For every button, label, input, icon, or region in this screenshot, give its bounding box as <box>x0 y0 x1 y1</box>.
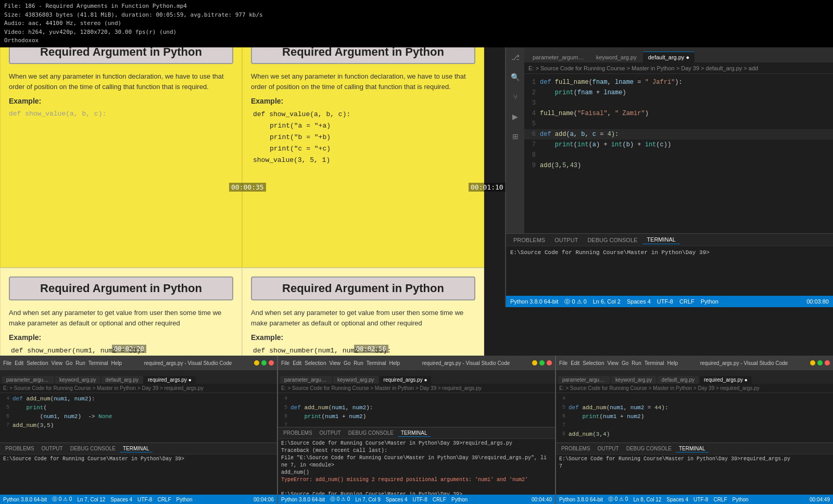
bp-right-breadcrumb: E: > Source Code for Running Course > Ma… <box>556 384 833 393</box>
tab-problems[interactable]: PROBLEMS <box>509 236 549 244</box>
terminal-tabs: PROBLEMS OUTPUT DEBUG CONSOLE TERMINAL <box>506 234 833 246</box>
bttab-debug[interactable]: DEBUG CONSOLE <box>67 445 119 452</box>
bottom-panel-mid: File Edit Selection View Go Run Terminal… <box>278 356 556 504</box>
slide-body-top-left: When we set any parameter in function de… <box>9 71 233 119</box>
bp-left-close[interactable] <box>269 360 274 366</box>
code-line-7: 7 print(int(a) + int(b) + int(c)) <box>524 140 833 150</box>
code-line-2: 2 print(fnam + lname) <box>524 87 833 98</box>
bttab-mid-debug[interactable]: DEBUG CONSOLE <box>345 430 397 436</box>
bttab-mid-output[interactable]: OUTPUT <box>317 430 344 436</box>
code-block-top-mid: def show_value(a, b, c): print("a = "+a)… <box>253 109 475 166</box>
slide-top-mid: Required Argument in Python When we set … <box>242 31 484 268</box>
vscode-layout: ⎇ 🔍 ⑂ ▶ ⊞ ⚙ parameter_argument.py keywor… <box>506 47 833 307</box>
bvtab-kw[interactable]: keyword_arg.py <box>55 376 100 384</box>
bp-mid-terminal-tabs: PROBLEMS OUTPUT DEBUG CONSOLE TERMINAL <box>278 427 555 439</box>
bvtab-right-default[interactable]: default_arg.py <box>658 376 699 384</box>
tab-output[interactable]: OUTPUT <box>550 236 582 244</box>
bp-right-max[interactable] <box>817 360 823 366</box>
bp-left-min[interactable] <box>254 360 259 366</box>
bp-right-terminal-tabs: PROBLEMS OUTPUT DEBUG CONSOLE TERMINAL <box>556 443 833 455</box>
bp-left-statusbar: Python 3.8.0 64-bit ⓪ 0 ⚠ 0 Ln 7, Col 12… <box>0 495 277 504</box>
bp-mid-terminal-content: E:\Source Code for Running Course\Master… <box>278 439 555 499</box>
bp-mid-statusbar: Python 3.8.0 64-bit ⓪ 0 ⚠ 0 Ln 7, Col 9 … <box>278 495 555 504</box>
tab-parameter[interactable]: parameter_argument.py <box>527 52 590 62</box>
code-line-9: 9 add(3,5,43) <box>524 160 833 171</box>
file-info-line4: Video: h264, yuv420p, 1280x720, 30.00 fp… <box>4 28 829 37</box>
bp-left-editor: 4def add_num(num1, num2): 5 print( 6 (nu… <box>0 393 277 443</box>
code-line-6: 6 def add(a, b, c = 4): <box>524 129 833 140</box>
vscode-main-area: parameter_argument.py keyword_arg.py def… <box>524 47 833 307</box>
bvtab-required[interactable]: required_args.py ● <box>144 376 196 384</box>
timestamp-1: 00:00:35 <box>229 183 266 192</box>
bttab-terminal[interactable]: TERMINAL <box>120 445 153 452</box>
explorer-icon[interactable]: ⎇ <box>509 51 522 64</box>
bp-mid-menu: File Edit Selection View Go Run Terminal… <box>281 360 400 366</box>
search-icon[interactable]: 🔍 <box>509 71 522 83</box>
debug-icon[interactable]: ▶ <box>509 110 522 123</box>
bp-mid-breadcrumb: E: > Source Code for Running Course > Ma… <box>278 384 555 393</box>
bp-right-editor: 4 5def add_num(num1, num2 = 44): 6 print… <box>556 393 833 443</box>
bp-left-breadcrumb: E: > Source Code for Running Course > Ma… <box>0 384 277 393</box>
bp-right-statusbar: Python 3.8.0 64-bit ⓪ 0 ⚠ 0 Ln 8, Col 12… <box>556 495 833 504</box>
bp-right-min[interactable] <box>810 360 815 366</box>
bp-mid-title: required_args.py - Visual Studio Code <box>403 360 529 366</box>
bp-right-close[interactable] <box>825 360 830 366</box>
bp-right-terminal-content: E:\Source Code for Running Course\Master… <box>556 455 833 471</box>
bp-right-terminal: PROBLEMS OUTPUT DEBUG CONSOLE TERMINAL E… <box>556 443 833 495</box>
bttab-mid-terminal[interactable]: TERMINAL <box>398 430 431 437</box>
bttab-mid-problems[interactable]: PROBLEMS <box>280 430 315 436</box>
bttab-output[interactable]: OUTPUT <box>39 445 66 452</box>
slide-title-bot-left: Required Argument in Python <box>9 276 233 300</box>
bp-left-terminal-content: E:\Source Code for Running Course\Master… <box>0 455 277 464</box>
bp-mid-titlebar: File Edit Selection View Go Run Terminal… <box>278 356 555 370</box>
file-info-line3: Audio: aac, 44100 Hz, stereo (und) <box>4 19 829 28</box>
bp-mid-terminal: PROBLEMS OUTPUT DEBUG CONSOLE TERMINAL E… <box>278 427 555 495</box>
code-line-1: 1 def full_name(fnam, lname = " Jafri"): <box>524 77 833 87</box>
bp-left-terminal-tabs: PROBLEMS OUTPUT DEBUG CONSOLE TERMINAL <box>0 443 277 455</box>
vscode-editor: 1 def full_name(fnam, lname = " Jafri"):… <box>524 74 833 251</box>
bvtab-default[interactable]: default_arg.py <box>102 376 143 384</box>
code-line-3: 3 <box>524 98 833 108</box>
bttab-right-debug[interactable]: DEBUG CONSOLE <box>623 445 675 452</box>
bottom-panels: File Edit Selection View Go Run Terminal… <box>0 356 833 504</box>
bvtab-right-kw[interactable]: keyword_arg.py <box>611 376 657 384</box>
bttab-right-output[interactable]: OUTPUT <box>595 445 622 452</box>
bp-mid-min[interactable] <box>532 360 537 366</box>
file-info-line5: Orthodoxox <box>4 36 829 45</box>
python-version: Python 3.8.0 64-bit <box>510 298 558 305</box>
timestamp-3: 00:02:20 <box>112 345 146 353</box>
terminal-content: E:\Source Code for Running Course\Master… <box>506 246 833 259</box>
bottom-panel-left: File Edit Selection View Go Run Terminal… <box>0 356 278 504</box>
tab-keyword[interactable]: keyword_arg.py <box>591 52 642 62</box>
bvtab-mid-kw[interactable]: keyword_arg.py <box>333 376 378 384</box>
file-info-line2: Size: 43836803 bytes (41.81 MiB), durati… <box>4 11 829 20</box>
code-line-4: 4 full_name("Faisal", " Zamir") <box>524 108 833 119</box>
bttab-problems[interactable]: PROBLEMS <box>2 445 37 452</box>
bvtab-mid-param[interactable]: parameter_argument.py <box>280 376 332 384</box>
git-icon[interactable]: ⑂ <box>509 91 522 103</box>
tab-default[interactable]: default_arg.py ● <box>643 52 695 62</box>
bp-mid-close[interactable] <box>547 360 552 366</box>
timestamp-4: 00:02:56 <box>354 345 388 353</box>
bottom-panel-right: File Edit Selection View Go Run Terminal… <box>556 356 833 504</box>
bp-mid-max[interactable] <box>539 360 545 366</box>
bp-mid-tabs: parameter_argument.py keyword_arg.py req… <box>278 370 555 384</box>
bp-right-traffic <box>810 360 830 366</box>
extensions-icon[interactable]: ⊞ <box>509 130 522 143</box>
bp-right-titlebar: File Edit Selection View Go Run Terminal… <box>556 356 833 370</box>
file-info-bar: File: 186 - Required Arguments in Functi… <box>0 0 833 47</box>
bp-left-max[interactable] <box>261 360 267 366</box>
bp-left-titlebar: File Edit Selection View Go Run Terminal… <box>0 356 277 370</box>
vscode-top-panel: File Edit Selection View Go Run Terminal… <box>505 31 833 307</box>
bvtab-mid-required[interactable]: required_args.py ● <box>380 376 432 384</box>
bp-right-tabs: parameter_argument.py keyword_arg.py def… <box>556 370 833 384</box>
tab-debug-console[interactable]: DEBUG CONSOLE <box>583 236 641 244</box>
bttab-right-terminal[interactable]: TERMINAL <box>676 445 709 452</box>
tab-terminal[interactable]: TERMINAL <box>642 235 680 244</box>
bvtab-right-param[interactable]: parameter_argument.py <box>558 376 610 384</box>
bvtab-param[interactable]: parameter_argument.py <box>2 376 54 384</box>
bvtab-right-required[interactable]: required_args.py ● <box>700 376 752 384</box>
bp-left-traffic <box>254 360 274 366</box>
bp-right-title: required_args.py - Visual Studio Code <box>681 360 807 366</box>
bttab-right-problems[interactable]: PROBLEMS <box>558 445 594 452</box>
